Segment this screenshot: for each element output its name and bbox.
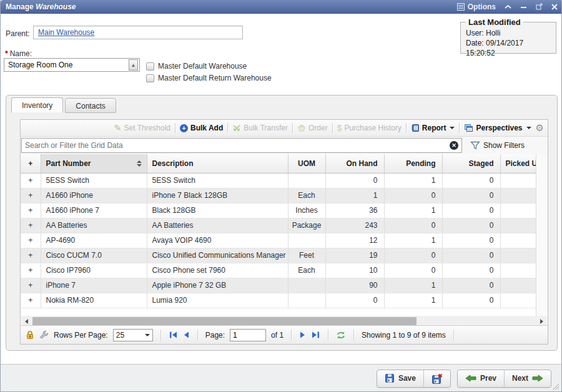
toolbar-separator bbox=[227, 123, 228, 133]
options-label: Options bbox=[468, 2, 496, 11]
prev-button[interactable]: Prev bbox=[458, 370, 505, 387]
table-row[interactable]: +A1660 iPhoneiPhone 7 Black 128GBEach100 bbox=[21, 188, 536, 203]
parent-warehouse-link[interactable]: Main Warehouse bbox=[38, 28, 94, 37]
report-button[interactable]: Report bbox=[411, 124, 455, 132]
perspectives-layers-icon bbox=[464, 124, 473, 132]
parent-field[interactable]: Main Warehouse bbox=[33, 26, 243, 39]
table-row[interactable]: +Nokia RM-820Lumia 920010 bbox=[21, 293, 536, 308]
row-expand-button[interactable]: + bbox=[21, 293, 41, 308]
cell-pending: 1 bbox=[384, 233, 442, 248]
column-header-description[interactable]: Description bbox=[147, 154, 288, 173]
purchase-history-button[interactable]: $ Purchase History bbox=[337, 123, 402, 133]
cell-description: iPhone 7 Black 128GB bbox=[147, 188, 288, 203]
clear-search-icon[interactable]: ✕ bbox=[450, 141, 458, 150]
perspectives-button[interactable]: Perspectives bbox=[464, 124, 531, 132]
cell-part-number: Nokia RM-820 bbox=[41, 293, 147, 308]
column-header-picked-up[interactable]: Picked Up bbox=[500, 154, 536, 173]
row-expand-button[interactable]: + bbox=[21, 248, 41, 263]
name-field[interactable]: Storage Room One ▲ bbox=[4, 58, 140, 72]
cell-staged: 0 bbox=[442, 278, 500, 293]
column-header-on-hand[interactable]: On Hand bbox=[325, 154, 384, 173]
show-filters-button[interactable]: Show Filters bbox=[470, 141, 525, 150]
vertical-scrollbar-track[interactable] bbox=[536, 154, 548, 316]
name-field-spinner-icon[interactable]: ▲ bbox=[129, 59, 138, 71]
cell-pending: 1 bbox=[384, 173, 442, 188]
cell-pending: 0 bbox=[384, 188, 442, 203]
minimize-icon[interactable] bbox=[520, 4, 527, 9]
bulk-add-button[interactable]: + Bulk Add bbox=[180, 124, 223, 132]
tab-inventory[interactable]: Inventory bbox=[11, 97, 63, 113]
column-header-uom[interactable]: UOM bbox=[288, 154, 325, 173]
row-expand-button[interactable]: + bbox=[21, 233, 41, 248]
options-button[interactable]: Options bbox=[457, 2, 496, 11]
page-of-label: of 1 bbox=[271, 331, 283, 340]
row-expand-button[interactable]: + bbox=[21, 188, 41, 203]
cell-on-hand: 0 bbox=[325, 173, 384, 188]
save-button[interactable]: Save bbox=[377, 370, 424, 387]
refresh-icon[interactable] bbox=[336, 331, 346, 340]
cell-part-number: Cisco CUCM 7.0 bbox=[41, 248, 147, 263]
column-header-staged[interactable]: Staged bbox=[442, 154, 500, 173]
collapse-icon[interactable] bbox=[505, 4, 511, 9]
master-default-warehouse-checkbox[interactable] bbox=[146, 62, 154, 71]
table-row[interactable]: +A1660 iPhone 7Black 128GBInches3610 bbox=[21, 203, 536, 218]
tab-contacts[interactable]: Contacts bbox=[65, 98, 116, 113]
prev-page-button[interactable] bbox=[183, 331, 190, 339]
bulk-transfer-button[interactable]: Bulk Transfer bbox=[232, 124, 288, 132]
column-header-pending[interactable]: Pending bbox=[384, 154, 442, 173]
prev-arrow-icon bbox=[465, 375, 476, 382]
cell-picked-up bbox=[500, 293, 536, 308]
master-default-return-warehouse-checkbox[interactable] bbox=[146, 74, 154, 82]
cell-pending: 1 bbox=[384, 293, 442, 308]
last-page-button[interactable] bbox=[311, 331, 320, 339]
set-threshold-button[interactable]: ✎ Set Threshold bbox=[114, 123, 170, 133]
cell-picked-up bbox=[500, 233, 536, 248]
page-label: Page: bbox=[205, 331, 225, 340]
manage-warehouse-window: Manage Warehouse Options Parent: Ma bbox=[0, 0, 562, 392]
scrollbar-thumb[interactable] bbox=[32, 317, 417, 325]
rows-per-page-select[interactable]: 25 bbox=[113, 329, 153, 341]
first-page-button[interactable] bbox=[169, 331, 178, 339]
cell-description: Black 128GB bbox=[147, 203, 288, 218]
gear-icon[interactable]: ⚙ bbox=[536, 122, 544, 134]
table-row[interactable]: +5ESS Switch5ESS Switch010 bbox=[21, 173, 536, 188]
cell-staged: 0 bbox=[442, 248, 500, 263]
table-row[interactable]: +iPhone 7Apple iPhone 7 32 GB9010 bbox=[21, 278, 536, 293]
save-and-close-button[interactable] bbox=[424, 370, 450, 387]
search-input[interactable] bbox=[22, 141, 450, 150]
wrench-icon[interactable] bbox=[39, 330, 49, 340]
column-header-part-number[interactable]: Part Number bbox=[41, 154, 147, 173]
row-expand-button[interactable]: + bbox=[21, 173, 41, 188]
cell-staged: 0 bbox=[442, 203, 500, 218]
search-box: ✕ bbox=[21, 138, 462, 153]
save-floppy-icon bbox=[385, 373, 395, 383]
last-modified-title: Last Modified bbox=[466, 17, 523, 27]
resize-grip[interactable] bbox=[551, 381, 560, 390]
row-expand-button[interactable]: + bbox=[21, 263, 41, 278]
cell-staged: 0 bbox=[442, 263, 500, 278]
cell-description: Avaya VOIP 4690 bbox=[147, 233, 288, 248]
cell-uom bbox=[288, 173, 325, 188]
report-dropdown-caret bbox=[450, 127, 455, 129]
row-expand-button[interactable]: + bbox=[21, 203, 41, 218]
toolbar-separator bbox=[406, 123, 407, 133]
cell-pending: 0 bbox=[384, 248, 442, 263]
row-expand-button[interactable]: + bbox=[21, 278, 41, 293]
order-button[interactable]: Order bbox=[297, 124, 328, 132]
cell-on-hand: 0 bbox=[325, 293, 384, 308]
cell-uom: Each bbox=[288, 263, 325, 278]
column-header-expand[interactable]: + bbox=[21, 154, 41, 173]
lock-icon[interactable] bbox=[26, 330, 34, 340]
close-icon[interactable] bbox=[551, 4, 558, 10]
cell-description: Cisco Unified Communications Manager bbox=[147, 248, 288, 263]
page-number-input[interactable] bbox=[230, 329, 266, 341]
table-row[interactable]: +AP-4690Avaya VOIP 46901210 bbox=[21, 233, 536, 248]
table-row[interactable]: +Cisco CUCM 7.0Cisco Unified Communicati… bbox=[21, 248, 536, 263]
next-button[interactable]: Next bbox=[505, 370, 551, 387]
sort-icon bbox=[137, 160, 142, 167]
popout-icon[interactable] bbox=[536, 3, 543, 10]
row-expand-button[interactable]: + bbox=[21, 218, 41, 233]
table-row[interactable]: +Cisco IP7960Cisco Phone set 7960Each100… bbox=[21, 263, 536, 278]
table-row[interactable]: +AA BatteriesAA BatteriesPackage24300 bbox=[21, 218, 536, 233]
next-page-button[interactable] bbox=[299, 331, 306, 339]
